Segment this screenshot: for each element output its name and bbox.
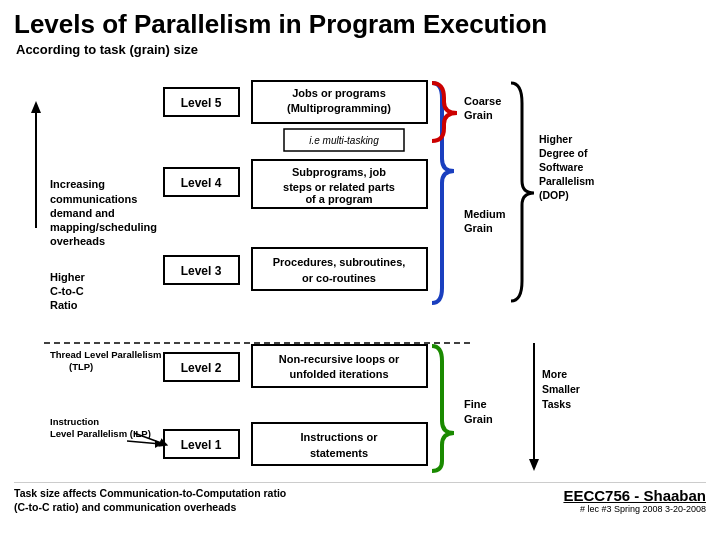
more-tasks-line3: Tasks bbox=[542, 398, 571, 410]
more-tasks-line1: More bbox=[542, 368, 567, 380]
slide-title: Levels of Parallelism in Program Executi… bbox=[14, 10, 706, 40]
footer-sub-text: # lec #3 Spring 2008 3-20-2008 bbox=[563, 504, 706, 514]
desc4-line2: steps or related parts bbox=[283, 181, 395, 193]
level3-label: Level 3 bbox=[181, 264, 222, 278]
ilp-line1: Instruction bbox=[50, 416, 99, 427]
desc5-line1: Jobs or programs bbox=[292, 87, 386, 99]
fine-grain-label: Fine bbox=[464, 398, 487, 410]
communications-label: communications bbox=[50, 193, 137, 205]
higher-ctoc-line2: C-to-C bbox=[50, 285, 84, 297]
level1-label: Level 1 bbox=[181, 438, 222, 452]
desc1-line2: statements bbox=[310, 447, 368, 459]
content-area: Level 5 Level 4 Level 3 Level 2 Level 1 … bbox=[14, 63, 706, 478]
higher-ctoc-line3: Ratio bbox=[50, 299, 78, 311]
fine-grain-label2: Grain bbox=[464, 413, 493, 425]
ie-note-text: i.e multi-tasking bbox=[309, 135, 379, 146]
dop-line3: Software bbox=[539, 161, 584, 173]
desc4-line1: Subprograms, job bbox=[292, 166, 386, 178]
coarse-grain-label2: Grain bbox=[464, 109, 493, 121]
footer-right: EECC756 - Shaaban # lec #3 Spring 2008 3… bbox=[563, 487, 706, 514]
desc2-line1: Non-recursive loops or bbox=[279, 353, 400, 365]
medium-grain-label2: Grain bbox=[464, 222, 493, 234]
desc2-line2: unfolded iterations bbox=[290, 368, 389, 380]
diagram-svg: Level 5 Level 4 Level 3 Level 2 Level 1 … bbox=[14, 63, 720, 478]
more-tasks-line2: Smaller bbox=[542, 383, 580, 395]
ilp-line2: Level Parallelism (ILP) bbox=[50, 428, 151, 439]
eecc-title: EECC756 - Shaaban bbox=[563, 487, 706, 504]
footer: Task size affects Communication-to-Compu… bbox=[14, 482, 706, 514]
overheads-label: overheads bbox=[50, 235, 105, 247]
mapping-label: mapping/scheduling bbox=[50, 221, 157, 233]
level5-label: Level 5 bbox=[181, 96, 222, 110]
footer-left-text: Task size affects Communication-to-Compu… bbox=[14, 487, 286, 514]
level4-label: Level 4 bbox=[181, 176, 222, 190]
dop-line5: (DOP) bbox=[539, 189, 569, 201]
svg-marker-3 bbox=[529, 459, 539, 471]
tlp-line2: (TLP) bbox=[69, 361, 93, 372]
demand-label: demand and bbox=[50, 207, 115, 219]
increasing-label: Increasing bbox=[50, 178, 105, 190]
dop-line2: Degree of bbox=[539, 147, 588, 159]
desc3-line2: or co-routines bbox=[302, 272, 376, 284]
desc5-line2: (Multiprogramming) bbox=[287, 102, 391, 114]
level2-label: Level 2 bbox=[181, 361, 222, 375]
slide-subtitle: According to task (grain) size bbox=[16, 42, 706, 57]
desc4-line3: of a program bbox=[305, 193, 372, 205]
tlp-line1: Thread Level Parallelism bbox=[50, 349, 161, 360]
right-brace-dop bbox=[511, 83, 534, 301]
medium-grain-label: Medium bbox=[464, 208, 506, 220]
desc3-line1: Procedures, subroutines, bbox=[273, 256, 406, 268]
red-brace-top bbox=[432, 83, 457, 141]
svg-marker-1 bbox=[31, 101, 41, 113]
dop-line1: Higher bbox=[539, 133, 572, 145]
desc2-box bbox=[252, 345, 427, 387]
dop-line4: Parallelism bbox=[539, 175, 594, 187]
slide: Levels of Parallelism in Program Executi… bbox=[0, 0, 720, 540]
green-brace-lower bbox=[432, 346, 454, 471]
desc1-line1: Instructions or bbox=[300, 431, 378, 443]
coarse-grain-label: Coarse bbox=[464, 95, 501, 107]
higher-ctoc-line1: Higher bbox=[50, 271, 86, 283]
